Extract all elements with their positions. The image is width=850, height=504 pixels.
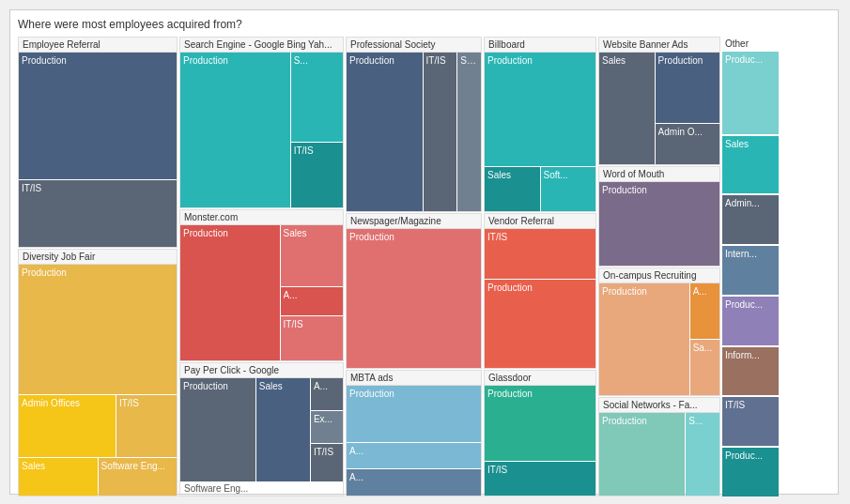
pay-per-click-body: Production Sales A... Ex... IT/IS	[180, 378, 343, 481]
glassdoor-body: Production IT/IS	[485, 386, 595, 496]
tile: Software Eng...	[99, 458, 178, 496]
tile: Production	[599, 182, 719, 265]
website-banner-section: Website Banner Ads Sales Production Admi…	[598, 37, 720, 165]
vendor-referral-section: Vendor Referral IT/IS Production	[484, 213, 596, 369]
tile: Admin Offices	[19, 395, 116, 457]
billboard-section: Billboard Production Sales Soft...	[484, 37, 596, 212]
billboard-body: Production Sales Soft...	[485, 53, 595, 211]
professional-society-section: Professional Society Production IT/IS Sa…	[346, 37, 482, 212]
col6: Other Produc... Sales Admin... Intern...…	[722, 37, 779, 496]
diversity-body: Production Admin Offices IT/IS Sales	[19, 265, 177, 496]
employee-referral-section: Employee Referral Production IT/IS	[18, 37, 178, 248]
tile: IT/IS	[291, 143, 343, 206]
tile: A...	[347, 469, 481, 496]
tile: IT/IS	[485, 229, 595, 279]
glassdoor-header: Glassdoor	[485, 371, 595, 386]
col5: Website Banner Ads Sales Production Admi…	[598, 37, 720, 496]
tile: Production	[180, 53, 290, 207]
monster-body: Production Sales A... IT/IS	[180, 225, 343, 361]
tile: Production	[599, 413, 685, 496]
website-banner-header: Website Banner Ads	[599, 38, 719, 53]
col4: Billboard Production Sales Soft...	[484, 37, 596, 496]
tile: S...	[686, 413, 719, 496]
tile: IT/IS	[311, 444, 343, 481]
tile: IT/IS	[722, 397, 779, 446]
tile: IT/IS	[116, 395, 177, 457]
col2: Search Engine - Google Bing Yah... Produ…	[179, 37, 344, 496]
tile: A...	[690, 283, 719, 339]
social-networks-section: Social Networks - Fa... Production S...	[598, 397, 720, 496]
word-of-mouth-section: Word of Mouth Production	[598, 166, 720, 266]
pay-per-click-header: Pay Per Click - Google	[180, 363, 343, 378]
mbta-sub: Production A... A...	[347, 386, 481, 496]
billboard-row: Sales Soft...	[485, 167, 595, 210]
tile: Sales	[457, 53, 481, 211]
tile: IT/IS	[281, 316, 343, 361]
employee-referral-body: Production IT/IS	[19, 53, 177, 247]
banner-sub: Production Admin O...	[656, 53, 719, 164]
col3: Professional Society Production IT/IS Sa…	[346, 37, 482, 496]
chart-container: Where were most employees acquired from?…	[9, 9, 839, 495]
billboard-header: Billboard	[485, 38, 595, 53]
tile: Production	[347, 53, 423, 211]
newspaper-body: Production	[347, 229, 481, 368]
tile: Intern...	[722, 246, 779, 295]
campus-sub: A... Sa...	[690, 283, 719, 395]
diversity-header: Diversity Job Fair	[19, 250, 177, 265]
tile: A...	[281, 287, 343, 315]
tile: Sales	[599, 53, 655, 164]
on-campus-header: On-campus Recruiting	[599, 268, 719, 283]
tile: Production	[180, 225, 280, 361]
tile: Production	[19, 53, 177, 179]
word-of-mouth-header: Word of Mouth	[599, 167, 719, 182]
pay-per-click-section: Pay Per Click - Google Production Sales …	[179, 362, 344, 496]
on-campus-body: Production A... Sa...	[599, 283, 719, 395]
tile: Production	[485, 280, 595, 368]
mbta-header: MBTA ads	[347, 371, 481, 386]
tile: IT/IS	[485, 462, 595, 496]
on-campus-section: On-campus Recruiting Production A... Sa.…	[598, 267, 720, 396]
tile: Ex...	[311, 411, 343, 443]
tile: A...	[347, 443, 481, 469]
other-tiles: Produc... Sales Admin... Intern... Produ…	[722, 52, 779, 496]
tile: Production	[599, 283, 689, 395]
tile: Sales	[485, 167, 540, 210]
search-engine-header: Search Engine - Google Bing Yah...	[180, 38, 343, 53]
monster-header: Monster.com	[180, 210, 343, 225]
tile: Production	[347, 386, 481, 442]
ppc-sub: A... Ex... IT/IS	[311, 378, 343, 481]
tile: IT/IS	[424, 53, 457, 211]
other-label: Other	[722, 37, 779, 51]
tile: Inform...	[722, 347, 779, 396]
word-of-mouth-body: Production	[599, 182, 719, 265]
tile: S...	[291, 53, 343, 142]
tile: Production	[656, 53, 719, 123]
tile: Sales	[19, 458, 98, 496]
diversity-row: Admin Offices IT/IS	[19, 395, 177, 457]
tile: Production	[19, 265, 177, 394]
tile: Produc...	[722, 52, 779, 134]
treemap: Employee Referral Production IT/IS Diver…	[18, 37, 830, 496]
tile: Production	[180, 378, 255, 481]
tile: Produc...	[722, 297, 779, 345]
mbta-body: Production A... A...	[347, 386, 481, 496]
col1: Employee Referral Production IT/IS Diver…	[18, 37, 178, 496]
tile: Sales	[256, 378, 310, 481]
employee-referral-header: Employee Referral	[19, 38, 177, 53]
tile: Sa...	[690, 340, 719, 395]
chart-title: Where were most employees acquired from?	[18, 18, 830, 31]
ppc-footer: Software Eng...	[180, 481, 343, 496]
website-banner-body: Sales Production Admin O...	[599, 53, 719, 164]
tile: Admin...	[722, 195, 779, 244]
monster-section: Monster.com Production Sales A... IT/IS	[179, 209, 344, 362]
diversity-section: Diversity Job Fair Production Admin Offi…	[18, 249, 178, 496]
mbta-section: MBTA ads Production A... A...	[346, 370, 482, 496]
tile: Admin O...	[656, 124, 719, 164]
newspaper-header: Newspager/Magazine	[347, 214, 481, 229]
monster-sub: Sales A... IT/IS	[281, 225, 343, 361]
search-engine-section: Search Engine - Google Bing Yah... Produ…	[179, 37, 344, 208]
prof-society-header: Professional Society	[347, 38, 481, 53]
vendor-referral-header: Vendor Referral	[485, 214, 595, 229]
diversity-row2: Sales Software Eng...	[19, 458, 177, 496]
tile: Soft...	[541, 167, 596, 210]
